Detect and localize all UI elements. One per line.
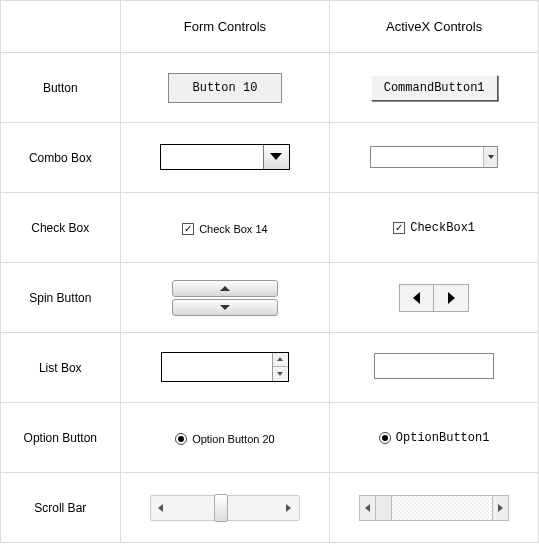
triangle-left-icon (158, 504, 163, 512)
triangle-right-icon (286, 504, 291, 512)
scroll-track[interactable] (376, 496, 492, 520)
row-label-list: List Box (1, 333, 121, 403)
scroll-right-button[interactable] (279, 496, 299, 520)
radio-icon (379, 432, 391, 444)
form-button[interactable]: Button 10 (168, 73, 283, 103)
form-checkbox-label: Check Box 14 (199, 223, 267, 235)
form-scroll-bar[interactable] (150, 495, 300, 521)
activex-combo-dropdown-button[interactable] (483, 147, 497, 167)
chevron-down-icon (277, 372, 283, 376)
form-checkbox[interactable]: ✓ Check Box 14 (182, 223, 267, 235)
row-label-button: Button (1, 53, 121, 123)
chevron-up-icon (277, 357, 283, 361)
chevron-up-icon (220, 286, 230, 291)
radio-icon (175, 433, 187, 445)
scroll-right-button[interactable] (492, 496, 508, 520)
form-list-body (162, 353, 272, 381)
form-list-scrollbar[interactable] (272, 353, 288, 381)
row-label-check: Check Box (1, 193, 121, 263)
form-option-label: Option Button 20 (192, 433, 275, 445)
activex-scroll-bar[interactable] (359, 495, 509, 521)
triangle-left-icon (365, 504, 370, 512)
activex-option-label: OptionButton1 (396, 431, 490, 445)
spin-right-button[interactable] (434, 285, 468, 311)
activex-checkbox[interactable]: ✓ CheckBox1 (393, 221, 475, 235)
activex-spin-button[interactable] (399, 284, 469, 312)
scroll-left-button[interactable] (360, 496, 376, 520)
row-label-scroll: Scroll Bar (1, 473, 121, 543)
activex-option-button[interactable]: OptionButton1 (379, 431, 490, 445)
scroll-track[interactable] (171, 496, 279, 520)
triangle-right-icon (448, 292, 455, 304)
chevron-down-icon (270, 153, 282, 160)
row-label-combo: Combo Box (1, 123, 121, 193)
checkbox-icon: ✓ (393, 222, 405, 234)
form-combo-dropdown-button[interactable] (263, 145, 289, 169)
chevron-down-icon (488, 155, 494, 159)
form-combo-text (161, 145, 263, 169)
scroll-left-button[interactable] (151, 496, 171, 520)
activex-combo-box[interactable] (370, 146, 498, 168)
spin-up-button[interactable] (172, 280, 278, 297)
row-label-option: Option Button (1, 403, 121, 473)
triangle-left-icon (413, 292, 420, 304)
chevron-down-icon (220, 305, 230, 310)
header-form-controls: Form Controls (120, 1, 330, 53)
triangle-right-icon (498, 504, 503, 512)
form-combo-box[interactable] (160, 144, 290, 170)
activex-list-box[interactable] (374, 353, 494, 379)
activex-combo-text (371, 147, 483, 167)
scroll-down-button[interactable] (273, 367, 288, 381)
checkbox-icon: ✓ (182, 223, 194, 235)
form-spin-button[interactable] (172, 279, 278, 317)
spin-down-button[interactable] (172, 299, 278, 316)
scroll-thumb[interactable] (214, 494, 228, 522)
form-option-button[interactable]: Option Button 20 (175, 433, 275, 445)
scroll-thumb[interactable] (376, 496, 392, 520)
header-blank (1, 1, 121, 53)
spin-left-button[interactable] (400, 285, 434, 311)
activex-command-button[interactable]: CommandButton1 (371, 75, 498, 101)
activex-checkbox-label: CheckBox1 (410, 221, 475, 235)
row-label-spin: Spin Button (1, 263, 121, 333)
header-activex-controls: ActiveX Controls (330, 1, 539, 53)
form-list-box[interactable] (161, 352, 289, 382)
scroll-up-button[interactable] (273, 353, 288, 368)
controls-comparison-table: Form Controls ActiveX Controls Button Bu… (0, 0, 539, 543)
